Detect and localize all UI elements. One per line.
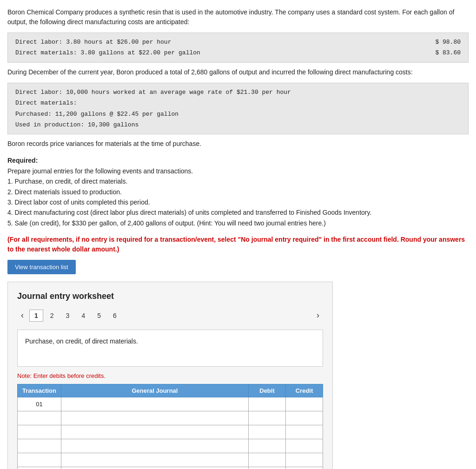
journal-input-6[interactable] (61, 467, 248, 469)
page-button-5[interactable]: 5 (92, 310, 106, 322)
dec-line-2: Direct materials: (15, 98, 461, 108)
transaction-num-4 (18, 439, 61, 453)
journal-input-5[interactable] (61, 453, 248, 467)
debit-input-5[interactable] (249, 453, 285, 467)
note-text: Note: Enter debits before credits. (17, 372, 323, 379)
journal-cell-2[interactable] (61, 411, 248, 425)
dec-line-3: Purchased: 11,200 gallons @ $22.45 per g… (15, 109, 461, 119)
credit-cell-6[interactable] (286, 467, 323, 469)
table-row: 01 (18, 397, 323, 411)
debit-input-1[interactable] (249, 397, 285, 411)
transaction-num-6 (18, 467, 61, 469)
cost-table: Direct labor: 3.80 hours at $26.00 per h… (7, 33, 469, 63)
journal-cell-5[interactable] (61, 453, 248, 467)
required-section: Required: Prepare journal entries for th… (7, 155, 469, 228)
header-general-journal: General Journal (61, 384, 248, 397)
credit-cell-2[interactable] (286, 411, 323, 425)
required-line-2: 2. Direct materials issued to production… (7, 187, 469, 197)
credit-cell-5[interactable] (286, 453, 323, 467)
december-cost-table: Direct labor: 10,000 hours worked at an … (7, 83, 469, 135)
journal-cell-6[interactable] (61, 467, 248, 469)
pagination: ‹ 1 2 3 4 5 6 › (17, 309, 323, 322)
cost-value-1: $ 98.80 (423, 37, 461, 47)
credit-input-5[interactable] (286, 453, 323, 467)
journal-input-4[interactable] (61, 439, 248, 453)
table-header-row: Transaction General Journal Debit Credit (18, 384, 323, 397)
debit-input-6[interactable] (249, 467, 285, 469)
debit-cell-2[interactable] (249, 411, 286, 425)
journal-input-3[interactable] (61, 425, 248, 439)
credit-cell-4[interactable] (286, 439, 323, 453)
debit-input-3[interactable] (249, 425, 285, 439)
cost-row-1: Direct labor: 3.80 hours at $26.00 per h… (15, 37, 461, 47)
header-debit: Debit (249, 384, 286, 397)
journal-cell-4[interactable] (61, 439, 248, 453)
intro-paragraph1: Boron Chemical Company produces a synthe… (7, 7, 469, 27)
dec-line-4: Used in production: 10,300 gallons (15, 119, 461, 130)
intro-paragraph3: Boron records price variances for materi… (7, 139, 469, 149)
view-transaction-list-button[interactable]: View transaction list (7, 260, 76, 274)
table-row (18, 439, 323, 453)
table-row (18, 425, 323, 439)
transaction-num-3 (18, 425, 61, 439)
page-button-2[interactable]: 2 (45, 310, 59, 322)
credit-cell-1[interactable] (286, 397, 323, 411)
dec-line-1: Direct labor: 10,000 hours worked at an … (15, 87, 461, 98)
cost-value-2: $ 83.60 (423, 47, 461, 58)
journal-entry-worksheet: Journal entry worksheet ‹ 1 2 3 4 5 6 › … (7, 282, 333, 469)
debit-cell-5[interactable] (249, 453, 286, 467)
required-line-0: Prepare journal entries for the followin… (7, 166, 469, 176)
required-line-3: 3. Direct labor cost of units completed … (7, 197, 469, 207)
debit-cell-1[interactable] (249, 397, 286, 411)
table-row (18, 411, 323, 425)
table-row (18, 467, 323, 469)
required-line-5: 5. Sale (on credit), for $330 per gallon… (7, 218, 469, 228)
debit-cell-6[interactable] (249, 467, 286, 469)
debit-cell-4[interactable] (249, 439, 286, 453)
worksheet-title: Journal entry worksheet (17, 291, 323, 301)
cost-row-2: Direct materials: 3.80 gallons at $22.00… (15, 47, 461, 58)
table-row (18, 453, 323, 467)
required-label: Required: (7, 157, 38, 164)
page-button-3[interactable]: 3 (61, 310, 75, 322)
credit-input-3[interactable] (286, 425, 323, 439)
cost-label-2: Direct materials: 3.80 gallons at $22.00… (15, 47, 423, 58)
credit-input-4[interactable] (286, 439, 323, 453)
credit-input-2[interactable] (286, 411, 323, 425)
transaction-num-2 (18, 411, 61, 425)
credit-cell-3[interactable] (286, 425, 323, 439)
journal-input-1[interactable] (61, 397, 248, 411)
cost-label-1: Direct labor: 3.80 hours at $26.00 per h… (15, 37, 423, 47)
page-button-6[interactable]: 6 (108, 310, 122, 322)
debit-input-2[interactable] (249, 411, 285, 425)
next-page-button[interactable]: › (313, 309, 323, 322)
journal-cell-3[interactable] (61, 425, 248, 439)
required-line-1: 1. Purchase, on credit, of direct materi… (7, 176, 469, 186)
prev-page-button[interactable]: ‹ (17, 309, 27, 322)
intro-paragraph2: During December of the current year, Bor… (7, 67, 469, 77)
required-line-4: 4. Direct manufacturing cost (direct lab… (7, 207, 469, 218)
header-transaction: Transaction (18, 384, 61, 397)
debit-cell-3[interactable] (249, 425, 286, 439)
transaction-num-1: 01 (18, 397, 61, 411)
journal-table: Transaction General Journal Debit Credit… (17, 384, 323, 469)
credit-input-1[interactable] (286, 397, 323, 411)
page-button-4[interactable]: 4 (76, 310, 90, 322)
debit-input-4[interactable] (249, 439, 285, 453)
journal-input-2[interactable] (61, 411, 248, 425)
journal-cell-1[interactable] (61, 397, 248, 411)
transaction-description: Purchase, on credit, of direct materials… (17, 330, 323, 367)
credit-input-6[interactable] (286, 467, 323, 469)
warning-text: (For all requirements, if no entry is re… (7, 235, 469, 254)
transaction-num-5 (18, 453, 61, 467)
header-credit: Credit (286, 384, 323, 397)
page-button-1[interactable]: 1 (29, 310, 43, 322)
